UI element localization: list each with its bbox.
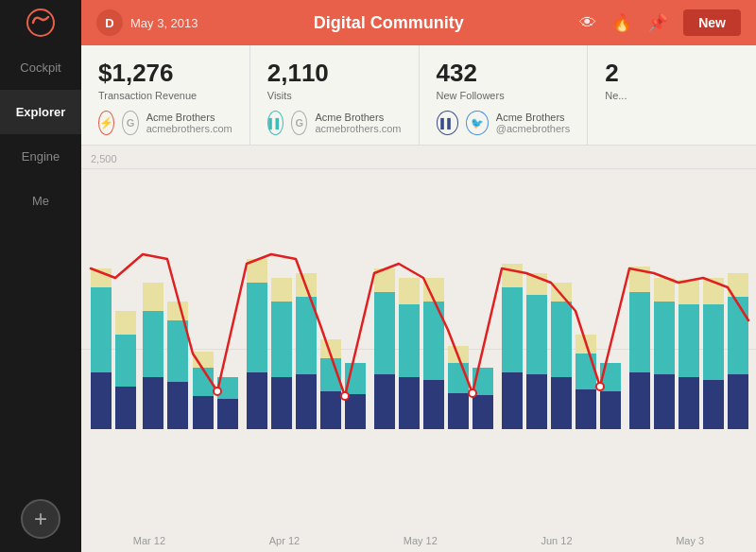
bar-teal	[576, 354, 596, 389]
source-name-1: Acme Brothers	[146, 112, 232, 123]
x-label-jun12: Jun 12	[541, 535, 572, 546]
bar-navy	[629, 372, 650, 429]
sidebar-logo[interactable]	[0, 0, 81, 45]
bar-yellow	[679, 280, 699, 304]
source-url-3: @acmebrothers	[496, 123, 570, 134]
bar-teal	[526, 295, 547, 374]
bar-navy	[654, 374, 675, 429]
pin-icon[interactable]: 📌	[647, 12, 668, 33]
chart-svg	[81, 164, 756, 439]
sidebar-item-engine[interactable]: Engine	[0, 134, 81, 179]
bar-navy	[115, 387, 136, 429]
bar-navy	[728, 374, 748, 429]
source-name-2: Acme Brothers	[315, 112, 401, 123]
bar-navy	[247, 372, 267, 429]
x-label-may3: May 3	[676, 535, 704, 546]
google-icon-2[interactable]: G	[291, 111, 307, 135]
x-label-mar12: Mar 12	[133, 535, 165, 546]
google-icon-1[interactable]: G	[122, 111, 138, 135]
bar-teal	[247, 283, 267, 372]
twitter-icon[interactable]: 🐦	[466, 111, 489, 135]
bar-navy	[576, 389, 596, 429]
bar-teal	[374, 292, 395, 374]
bar-teal	[399, 304, 420, 377]
bar-teal	[728, 297, 748, 374]
bar-navy	[551, 377, 572, 429]
metric-card-followers: 432 New Followers ▌▌ 🐦 Acme Brothers @ac…	[420, 45, 589, 145]
metric-sources-followers: ▌▌ 🐦 Acme Brothers @acmebrothers	[437, 111, 571, 135]
add-button[interactable]: +	[21, 499, 60, 539]
chart-area: 2,500	[81, 146, 756, 552]
source-url-2: acmebrothers.com	[315, 123, 401, 134]
metric-value-followers: 432	[437, 59, 571, 88]
metric-label-visits: Visits	[267, 90, 402, 101]
chart-x-axis: Mar 12 Apr 12 May 12 Jun 12 May 3	[81, 535, 756, 546]
bar-navy	[374, 374, 395, 429]
bar-yellow	[271, 278, 292, 302]
metric-card-partial: 2 Ne...	[588, 45, 756, 145]
chart-dot-1	[214, 388, 221, 395]
bar-teal	[91, 287, 112, 372]
metrics-row: $1,276 Transaction Revenue ⚡ G Acme Brot…	[81, 45, 756, 146]
metric-value-visits: 2,110	[267, 59, 402, 88]
bar-navy	[167, 382, 188, 429]
bar-teal	[551, 302, 572, 377]
metric-label-partial: Ne...	[605, 90, 739, 101]
bar-navy	[399, 377, 420, 429]
sidebar-add-area: +	[0, 486, 81, 552]
bar-yellow	[167, 302, 188, 320]
eye-icon[interactable]: 👁	[579, 13, 596, 33]
bar-teal	[703, 304, 724, 380]
logo-icon	[26, 8, 56, 38]
bar-yellow	[654, 278, 675, 302]
main-content: D May 3, 2013 Digital Community 👁 🔥 📌 Ne…	[81, 0, 756, 552]
sidebar-item-cockpit[interactable]: Cockpit	[0, 45, 81, 90]
bar-navy	[217, 399, 238, 429]
date-icon: D	[96, 9, 123, 36]
bar-navy	[143, 377, 163, 429]
bar-yellow	[115, 311, 136, 335]
x-label-apr12: Apr 12	[269, 535, 300, 546]
metric-label-revenue: Transaction Revenue	[98, 90, 232, 101]
bar-yellow	[399, 278, 420, 304]
chart-dot-4	[596, 383, 604, 390]
bar-navy	[91, 372, 112, 429]
bar-navy	[502, 372, 523, 429]
bar-yellow	[502, 264, 523, 287]
bar-teal	[654, 302, 675, 374]
bar-teal	[502, 287, 523, 372]
metric-sources-visits: ▌▌ G Acme Brothers acmebrothers.com	[267, 111, 402, 135]
bar-navy	[320, 391, 341, 429]
bar-chart-icon-1[interactable]: ▌▌	[267, 111, 284, 135]
chart-dot-3	[469, 389, 476, 397]
pulse-icon[interactable]: ⚡	[98, 111, 114, 135]
drop-icon[interactable]: 🔥	[611, 12, 632, 33]
x-label-may12: May 12	[404, 535, 438, 546]
bar-navy	[600, 391, 621, 429]
bar-navy	[679, 377, 699, 429]
bar-yellow	[143, 283, 163, 311]
topbar-title: Digital Community	[198, 13, 580, 33]
bar-teal	[115, 335, 136, 387]
sidebar-item-me[interactable]: Me	[0, 179, 81, 223]
topbar-date-area: D May 3, 2013	[96, 9, 198, 36]
bar-navy	[472, 395, 493, 429]
chart-y-label: 2,500	[91, 153, 117, 164]
bar-navy	[271, 377, 292, 429]
sidebar: Cockpit Explorer Engine Me +	[0, 0, 81, 552]
bar-teal	[167, 320, 188, 382]
topbar-date: May 3, 2013	[130, 16, 198, 30]
new-button[interactable]: New	[683, 9, 741, 36]
metric-card-revenue: $1,276 Transaction Revenue ⚡ G Acme Brot…	[81, 45, 250, 145]
sidebar-item-explorer[interactable]: Explorer	[0, 90, 81, 134]
topbar: D May 3, 2013 Digital Community 👁 🔥 📌 Ne…	[81, 0, 756, 45]
bar-teal	[143, 311, 163, 377]
sidebar-nav: Cockpit Explorer Engine Me	[0, 45, 81, 486]
metric-label-followers: New Followers	[437, 90, 571, 101]
source-url-1: acmebrothers.com	[146, 123, 232, 134]
bar-teal	[629, 292, 650, 372]
metric-sources-revenue: ⚡ G Acme Brothers acmebrothers.com	[98, 111, 232, 135]
svg-point-0	[27, 9, 54, 36]
topbar-icons: 👁 🔥 📌 New	[579, 9, 741, 36]
bar-chart-icon-2[interactable]: ▌▌	[437, 111, 459, 135]
